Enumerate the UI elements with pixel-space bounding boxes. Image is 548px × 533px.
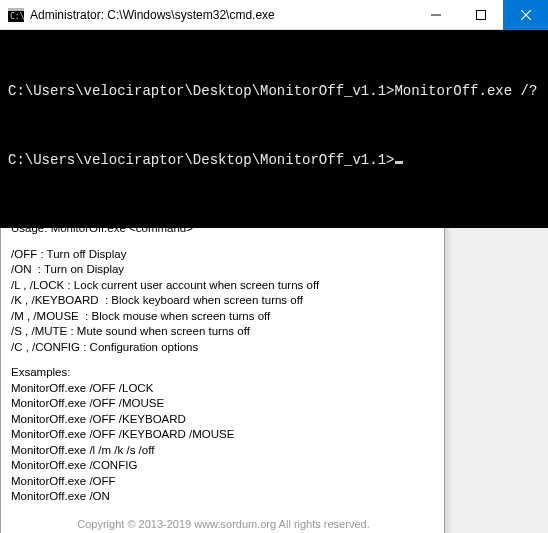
options-list: /OFF : Turn off Display /ON : Turn on Di…: [11, 247, 436, 356]
text-cursor: [395, 161, 403, 164]
cmd-window: C:\ Administrator: C:\Windows\system32\c…: [0, 0, 548, 177]
cmd-title: Administrator: C:\Windows\system32\cmd.e…: [30, 8, 275, 22]
opt-keyboard: /K , /KEYBOARD : Block keyboard when scr…: [11, 293, 436, 309]
cmd-titlebar[interactable]: C:\ Administrator: C:\Windows\system32\c…: [0, 0, 548, 30]
cmd-body[interactable]: C:\Users\velociraptor\Desktop\MonitorOff…: [0, 30, 548, 228]
svg-rect-4: [476, 10, 485, 19]
example-8: MonitorOff.exe /ON: [11, 489, 436, 505]
example-7: MonitorOff.exe /OFF: [11, 474, 436, 490]
opt-mouse: /M , /MOUSE : Block mouse when screen tu…: [11, 309, 436, 325]
dialog-body: Usage: MonitorOff.exe <command> /OFF : T…: [1, 213, 444, 533]
example-6: MonitorOff.exe /CONFIG: [11, 458, 436, 474]
example-2: MonitorOff.exe /OFF /MOUSE: [11, 396, 436, 412]
opt-config: /C , /CONFIG : Configuration options: [11, 340, 436, 356]
opt-off: /OFF : Turn off Display: [11, 247, 436, 263]
svg-rect-1: [8, 8, 24, 11]
cmd-line-1: C:\Users\velociraptor\Desktop\MonitorOff…: [8, 82, 540, 100]
example-3: MonitorOff.exe /OFF /KEYBOARD: [11, 412, 436, 428]
info-dialog: Sordum Monitor Off v1.1 - Command Line I…: [0, 184, 445, 533]
opt-mute: /S , /MUTE : Mute sound when screen turn…: [11, 324, 436, 340]
cmd-icon: C:\: [8, 8, 24, 22]
example-1: MonitorOff.exe /OFF /LOCK: [11, 381, 436, 397]
opt-on: /ON : Turn on Display: [11, 262, 436, 278]
svg-text:C:\: C:\: [10, 12, 24, 21]
copyright-text: Copyright © 2013-2019 www.sordum.org All…: [11, 517, 436, 532]
example-5: MonitorOff.exe /l /m /k /s /off: [11, 443, 436, 459]
opt-lock: /L , /LOCK : Lock current user account w…: [11, 278, 436, 294]
cmd-line-2: C:\Users\velociraptor\Desktop\MonitorOff…: [8, 151, 540, 169]
maximize-button[interactable]: [458, 0, 503, 30]
examples-block: Exsamples: MonitorOff.exe /OFF /LOCK Mon…: [11, 365, 436, 505]
minimize-button[interactable]: [413, 0, 458, 30]
example-4: MonitorOff.exe /OFF /KEYBOARD /MOUSE: [11, 427, 436, 443]
close-button[interactable]: [503, 0, 548, 30]
examples-header: Exsamples:: [11, 365, 436, 381]
